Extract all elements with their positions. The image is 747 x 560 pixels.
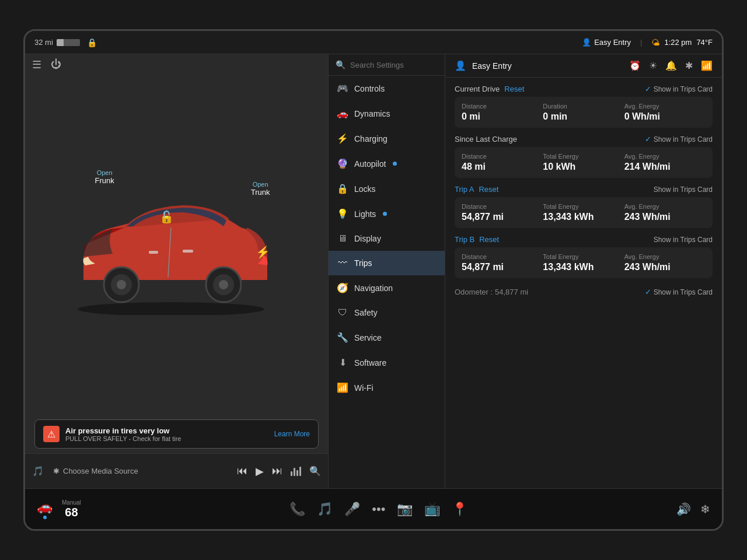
trip-b-total-energy-label: Total Energy (543, 253, 624, 260)
current-drive-checkmark: ✓ (645, 85, 651, 93)
trip-a-title: Trip A (455, 185, 474, 194)
choose-media-label: Choose Media Source (63, 467, 138, 475)
trip-a-show-trips[interactable]: Show in Trips Card (654, 186, 713, 194)
signal-icon[interactable]: 📶 (701, 60, 713, 71)
lights-label: Lights (354, 209, 376, 219)
vehicle-area: Open Frunk Open Trunk 🔓 ⚡ (25, 75, 328, 415)
trip-a-distance-value: 54,877 mi (462, 212, 543, 222)
status-bar: 32 mi 🔒 👤 Easy Entry | 🌤 1:22 pm 74°F (25, 31, 722, 54)
current-drive-reset[interactable]: Reset (504, 85, 524, 93)
clock-icon[interactable]: ⏰ (629, 60, 641, 71)
service-icon: 🔧 (337, 332, 348, 343)
menu-icon[interactable]: ☰ (32, 58, 41, 71)
controls-label: Controls (354, 84, 385, 93)
media-search-icon[interactable]: 🔍 (309, 466, 321, 477)
menu-item-display[interactable]: 🖥 Display (329, 226, 445, 251)
menu-item-navigation[interactable]: 🧭 Navigation (329, 275, 445, 300)
play-button[interactable]: ▶ (256, 465, 264, 478)
volume-icon[interactable]: 🔊 (676, 502, 691, 516)
screen-icon[interactable]: 📺 (424, 502, 440, 517)
fan-icon[interactable]: ❄ (700, 502, 710, 516)
location-icon[interactable]: 📍 (452, 502, 467, 517)
autopilot-dot (393, 162, 397, 166)
trip-b-reset[interactable]: Reset (479, 235, 499, 244)
camera-icon[interactable]: 📷 (397, 502, 413, 517)
trip-b-avg-energy-label: Avg. Energy (624, 253, 706, 260)
current-drive-energy-value: 0 Wh/mi (624, 111, 706, 122)
alert-learn-more[interactable]: Learn More (274, 430, 310, 438)
odometer-show-trips[interactable]: ✓ Show in Trips Card (645, 288, 713, 296)
media-bar: 🎵 ✱ Choose Media Source ⏮ ▶ ⏭ 🔍 (25, 453, 328, 488)
current-drive-distance-label: Distance (462, 103, 543, 110)
since-last-charge-show-label: Show in Trips Card (654, 135, 713, 144)
display-icon: 🖥 (337, 233, 348, 244)
frunk-label[interactable]: Open Frunk (95, 169, 114, 185)
since-last-charge-show-trips[interactable]: ✓ Show in Trips Card (645, 135, 713, 144)
taskbar-center: 📞 🎵 🎤 ••• 📷 📺 📍 (86, 502, 672, 517)
menu-item-lights[interactable]: 💡 Lights (329, 201, 445, 226)
trunk-label[interactable]: Open Trunk (251, 181, 270, 197)
slc-distance-label: Distance (462, 153, 543, 160)
trip-a-reset[interactable]: Reset (479, 185, 498, 194)
phone-icon[interactable]: 📞 (289, 502, 305, 517)
current-drive-stats: Distance 0 mi Duration 0 min Avg. Energy… (455, 97, 713, 128)
navigation-icon: 🧭 (337, 282, 348, 293)
alert-title: Air pressure in tires very low (65, 426, 268, 435)
menu-item-autopilot[interactable]: 🔮 Autopilot (329, 151, 445, 176)
equalizer-icon (291, 467, 301, 476)
trip-a-total-energy-value: 13,343 kWh (543, 212, 624, 222)
bell-icon[interactable]: 🔔 (665, 60, 677, 71)
profile-section: 👤 Easy Entry (582, 38, 631, 47)
range-display: 32 mi (34, 38, 80, 47)
current-drive-show-trips[interactable]: ✓ Show in Trips Card (645, 85, 713, 93)
menu-item-locks[interactable]: 🔒 Locks (329, 176, 445, 201)
menu-item-wifi[interactable]: 📶 Wi-Fi (329, 375, 445, 400)
menu-item-trips[interactable]: 〰 Trips (329, 251, 445, 275)
navigation-label: Navigation (354, 284, 393, 293)
svg-rect-9 (149, 251, 158, 254)
locks-label: Locks (354, 184, 376, 194)
menu-item-service[interactable]: 🔧 Service (329, 325, 445, 350)
software-icon: ⬇ (337, 357, 348, 368)
menu-item-software[interactable]: ⬇ Software (329, 350, 445, 375)
menu-items-list: 🎮 Controls 🚗 Dynamics ⚡ Charging 🔮 Autop… (329, 76, 445, 488)
lock-icon: 🔒 (87, 38, 97, 47)
slc-avg-energy: Avg. Energy 214 Wh/mi (624, 153, 706, 172)
menu-item-charging[interactable]: ⚡ Charging (329, 126, 445, 151)
car-icon: 🚗 (37, 499, 53, 514)
car-svg (60, 187, 282, 315)
right-header: 👤 Easy Entry ⏰ ☀ 🔔 ✱ 📶 (445, 54, 722, 78)
search-bar: 🔍 (329, 54, 445, 76)
music-icon[interactable]: 🎵 (317, 502, 333, 517)
skip-back-button[interactable]: ⏮ (237, 465, 247, 477)
header-icons: ⏰ ☀ 🔔 ✱ 📶 (629, 60, 713, 71)
trip-b-total-energy: Total Energy 13,343 kWh (543, 253, 624, 272)
since-last-charge-title: Since Last Charge (455, 135, 517, 144)
car-status[interactable]: 🚗 (37, 499, 53, 519)
trip-b-show-trips[interactable]: Show in Trips Card (654, 236, 713, 244)
odometer-show-label: Show in Trips Card (654, 288, 713, 296)
current-drive-title: Current Drive (455, 85, 500, 93)
odometer-checkmark: ✓ (645, 288, 651, 296)
menu-item-dynamics[interactable]: 🚗 Dynamics (329, 101, 445, 126)
dynamics-icon: 🚗 (337, 108, 348, 119)
svg-rect-8 (183, 250, 193, 253)
media-source[interactable]: ✱ Choose Media Source (53, 467, 228, 475)
autopilot-icon: 🔮 (337, 158, 348, 169)
trip-b-header: Trip B Reset Show in Trips Card (455, 235, 713, 244)
bluetooth-icon: ✱ (53, 467, 60, 475)
voice-icon[interactable]: 🎤 (344, 502, 360, 517)
current-drive-energy-label: Avg. Energy (624, 103, 706, 110)
power-icon[interactable]: ⏻ (51, 58, 61, 71)
lights-icon: 💡 (337, 208, 348, 219)
menu-item-safety[interactable]: 🛡 Safety (329, 300, 445, 325)
trip-a-distance-label: Distance (462, 203, 543, 210)
menu-item-controls[interactable]: 🎮 Controls (329, 76, 445, 101)
since-last-charge-checkmark: ✓ (645, 135, 651, 144)
sun-icon[interactable]: ☀ (649, 60, 657, 71)
dots-icon[interactable]: ••• (372, 502, 385, 517)
trip-b-distance: Distance 54,877 mi (462, 253, 543, 272)
skip-forward-button[interactable]: ⏭ (272, 465, 282, 477)
bluetooth-header-icon[interactable]: ✱ (685, 60, 693, 71)
search-input[interactable] (350, 61, 438, 69)
